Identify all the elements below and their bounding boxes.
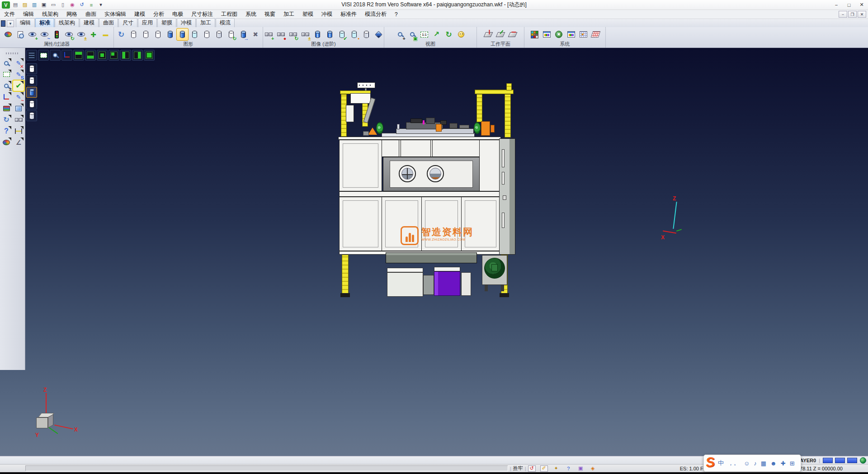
shade-shaded-icon[interactable] xyxy=(26,87,37,98)
mesh-cylinder-icon[interactable] xyxy=(361,28,372,40)
system-options-icon[interactable]: ✖ xyxy=(553,28,565,40)
grid-snap-icon[interactable]: ☛ xyxy=(578,28,589,40)
refresh-visibility-icon[interactable]: ↻ xyxy=(63,28,75,40)
menu-16[interactable]: 冲模 xyxy=(317,10,336,19)
shading-settings-icon[interactable]: ✖ xyxy=(250,28,261,40)
menu-9[interactable]: 电极 xyxy=(168,10,187,19)
window-config-icon[interactable] xyxy=(566,28,577,40)
globe-icon[interactable] xyxy=(860,457,866,464)
move-origin-icon[interactable] xyxy=(1,92,12,102)
view-cube-left-icon[interactable] xyxy=(120,50,131,61)
mdi-minimize-button[interactable]: − xyxy=(839,11,847,18)
show-add-icon[interactable]: ✚ xyxy=(88,28,99,40)
ime-icon-3[interactable]: ☺ xyxy=(744,460,750,467)
grid-display-icon[interactable] xyxy=(590,28,601,40)
menu-14[interactable]: 加工 xyxy=(279,10,298,19)
hidden-line-cylinder-icon[interactable] xyxy=(140,28,151,40)
ime-icon-7[interactable]: ✚ xyxy=(781,460,786,467)
advanced-refresh-icon[interactable]: ↻ xyxy=(288,28,299,40)
view-cube-top-icon[interactable] xyxy=(73,50,84,61)
angle-measure-icon[interactable]: ∠ xyxy=(13,137,24,147)
flat-cylinder-icon[interactable] xyxy=(201,28,212,40)
color-palette-icon[interactable] xyxy=(529,28,540,40)
ime-icon-2[interactable]: ，。 xyxy=(728,459,740,467)
tab-标准[interactable]: 标准 xyxy=(35,18,54,27)
axis-view-icon[interactable] xyxy=(61,50,72,61)
menu-18[interactable]: 模流分析 xyxy=(361,10,391,19)
dashed-cylinder-icon[interactable] xyxy=(152,28,164,40)
modify-attributes-icon[interactable] xyxy=(2,28,14,40)
workplane-rotate-icon[interactable] xyxy=(507,28,519,40)
ime-icon-6[interactable]: ☻ xyxy=(770,460,777,467)
render-cube-icon[interactable]: ◈ xyxy=(589,465,597,472)
new-document-icon[interactable]: ▤ xyxy=(11,1,19,9)
attributes-library-icon[interactable] xyxy=(1,103,12,114)
menu-7[interactable]: 建模 xyxy=(130,10,149,19)
shade-hidden-icon[interactable] xyxy=(26,75,37,86)
recycle-shading-icon[interactable]: ↻ xyxy=(226,28,237,40)
layer-swatch-1[interactable] xyxy=(823,458,833,463)
context-help-icon[interactable]: ? xyxy=(565,465,572,472)
menu-19[interactable]: ? xyxy=(391,10,402,19)
attribute-preview-icon[interactable] xyxy=(14,28,26,40)
layer-swatch-3[interactable] xyxy=(847,458,857,463)
view-cube-bottom-icon[interactable] xyxy=(85,50,96,61)
view-cube-iso-icon[interactable] xyxy=(144,50,155,61)
mdi-restore-button[interactable]: ❐ xyxy=(848,11,857,18)
tab-加工[interactable]: 加工 xyxy=(196,18,215,27)
menu-4[interactable]: 网格 xyxy=(62,10,81,19)
hatched-cylinder-icon[interactable] xyxy=(213,28,225,40)
zoom-dynamic-icon[interactable]: ± xyxy=(1,81,12,91)
zoom-in-icon[interactable]: + xyxy=(394,28,406,40)
palette-icon[interactable]: ◉ xyxy=(68,1,76,9)
tab-编辑[interactable]: 编辑 xyxy=(16,18,35,27)
workplane-move-icon[interactable] xyxy=(495,28,506,40)
workplane-standard-icon[interactable] xyxy=(483,28,494,40)
key-tool-icon[interactable]: ✦ xyxy=(552,465,560,472)
view-menu-icon[interactable] xyxy=(26,50,37,61)
observer-icon[interactable] xyxy=(455,28,467,40)
viewport-canvas[interactable]: 智造资料网 WWW.ZHIZAOZILIAO.COM Z X Z xyxy=(0,48,868,456)
show-hide-toggle-icon[interactable]: ± xyxy=(75,28,87,40)
menu-6[interactable]: 实体编辑 xyxy=(100,10,130,19)
menu-5[interactable]: 曲面 xyxy=(81,10,100,19)
regenerate-icon[interactable]: ↻ xyxy=(1,114,12,125)
validate-cylinder-icon[interactable]: ✔ xyxy=(336,28,348,40)
menu-8[interactable]: 分析 xyxy=(149,10,168,19)
close-button[interactable]: ✕ xyxy=(855,0,868,9)
menu-3[interactable]: 线架构 xyxy=(38,10,62,19)
layer-swatch-2[interactable] xyxy=(835,458,845,463)
regen-icon[interactable]: ↻ xyxy=(116,28,127,40)
shade-flat-icon[interactable] xyxy=(26,99,37,109)
mdi-close-button[interactable]: ✕ xyxy=(858,11,866,18)
sogou-logo-icon[interactable]: S xyxy=(705,455,715,469)
menu-12[interactable]: 系统 xyxy=(241,10,260,19)
tab-尺寸[interactable]: 尺寸 xyxy=(118,18,137,27)
view-cube-right-icon[interactable] xyxy=(132,50,143,61)
wireframe-cylinder-icon[interactable] xyxy=(128,28,139,40)
render-palette-icon[interactable] xyxy=(1,137,12,147)
show-entities-icon[interactable]: + xyxy=(27,28,38,40)
zoom-view-icon[interactable] xyxy=(50,50,61,61)
advanced-toggle-icon[interactable]: ± xyxy=(300,28,311,40)
advanced-add-icon[interactable]: + xyxy=(263,28,274,40)
menu-15[interactable]: 塑模 xyxy=(298,10,317,19)
tab-曲面[interactable]: 曲面 xyxy=(99,18,118,27)
menu-10[interactable]: 尺寸标注 xyxy=(187,10,217,19)
striped-cylinder-icon[interactable] xyxy=(324,28,335,40)
menu-1[interactable]: 文件 xyxy=(0,10,19,19)
spline-sketch-icon[interactable]: ✎S xyxy=(13,69,24,80)
minimize-button[interactable]: − xyxy=(830,0,843,9)
package-icon[interactable]: ▣ xyxy=(577,465,585,472)
ime-icon-1[interactable]: 中 xyxy=(718,459,724,467)
view-cube-back-icon[interactable] xyxy=(108,50,119,61)
shaded-edges-cylinder-icon[interactable] xyxy=(177,28,188,40)
menu-17[interactable]: 标准件 xyxy=(336,10,361,19)
measure-distance-icon[interactable] xyxy=(13,126,24,136)
ime-icon-8[interactable]: ⊞ xyxy=(790,460,795,467)
toolbar-grip[interactable] xyxy=(6,52,19,54)
edit-curve-icon[interactable]: ✎~ xyxy=(13,92,24,102)
print-icon[interactable]: ▭ xyxy=(49,1,57,9)
qat-dropdown[interactable]: ▾ xyxy=(97,1,105,9)
import-icon[interactable]: ▥ xyxy=(30,1,38,9)
